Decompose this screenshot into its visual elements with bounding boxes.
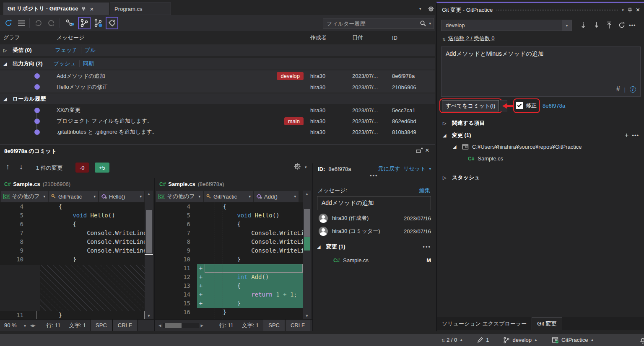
titlebar-chevron-icon[interactable]: ▾ <box>622 8 624 12</box>
diff-code-line[interactable]: 9 Console.WriteLine("こ <box>0 246 145 255</box>
changes-more-icon[interactable]: ••• <box>632 132 639 139</box>
line-ending-indicator[interactable]: CRLF <box>112 320 138 331</box>
push-icon[interactable] <box>605 21 613 29</box>
space-mode-indicator[interactable]: SPC <box>90 320 112 331</box>
branch-selector-dropdown[interactable]: develop ▾ <box>441 20 572 31</box>
right-nav-project-dropdown[interactable]: GitPractic ▾ <box>204 191 253 202</box>
right-nav-member-dropdown[interactable]: Add() ▾ <box>254 191 299 202</box>
diff-code-line[interactable]: 12+ int Add() <box>155 273 303 281</box>
expander-collapsed-icon[interactable]: ▷ <box>3 48 9 53</box>
diff-code-line[interactable]: 15+ } <box>155 299 303 308</box>
diff-code-line[interactable]: 4 { <box>155 202 303 211</box>
expander-open-icon[interactable]: ◢ <box>3 61 9 67</box>
sync-icon[interactable] <box>618 21 626 29</box>
diff-code-line[interactable]: 4 { <box>0 202 145 211</box>
hscroll-left-icon[interactable]: ◂ <box>158 322 161 328</box>
commit-row[interactable]: XXの変更 hira30 2023/07/... 5ecc7ca1 <box>0 105 435 116</box>
commit-row[interactable]: .gitattributes と .gitignore を追加します。 hira… <box>0 127 435 137</box>
diff-code-line[interactable]: 11+ <box>155 264 303 273</box>
diff-code-line[interactable]: 9 Console.WriteLine(" <box>155 246 303 255</box>
section-outgoing[interactable]: ◢ 出力方向 (2) プッシュ 同期 <box>0 58 435 70</box>
refresh-icon[interactable] <box>4 19 13 27</box>
window-dropdown-icon[interactable]: ▾ <box>419 7 421 11</box>
left-nav-member-dropdown[interactable]: Hello() ▾ <box>99 191 144 202</box>
tab-solution-explorer[interactable]: ソリューション エクスプローラー <box>437 318 532 330</box>
tab-program-cs[interactable]: Program.cs <box>110 3 171 15</box>
pull-icon[interactable] <box>593 21 600 29</box>
branch-badge-develop[interactable]: develop <box>277 72 304 80</box>
compare-branch-icon[interactable] <box>65 19 75 27</box>
col-id[interactable]: ID <box>392 35 435 41</box>
space-mode-indicator[interactable]: SPC <box>263 320 285 331</box>
branch-dropdown-chevron[interactable]: ▾ <box>562 20 571 31</box>
hscroll-right-icon[interactable]: ▸ <box>201 322 204 328</box>
changed-file-node[interactable]: C# Sample.cs M <box>468 155 644 162</box>
search-icon[interactable] <box>420 20 426 27</box>
left-diff-code[interactable]: 4 {5 void Hello()6 {7 Console.WriteLine(… <box>0 202 145 265</box>
diff-code-line[interactable]: 8 Console.WriteLine("こ <box>0 238 145 246</box>
graph-node[interactable] <box>34 119 40 124</box>
scroll-up-icon[interactable]: ▲ <box>303 192 311 196</box>
details-more-icon[interactable]: ••• <box>370 173 378 179</box>
revert-link[interactable]: 元に戻す <box>378 165 400 173</box>
panel-more-icon[interactable]: ••• <box>629 22 636 28</box>
stash-header[interactable]: ▷ スタッシュ <box>443 174 480 181</box>
reset-link[interactable]: リセット <box>403 165 426 173</box>
diff-code-line[interactable]: 8 Console.WriteLine(" <box>155 238 303 246</box>
prev-change-icon[interactable]: ↑ <box>6 163 10 171</box>
commit-all-button[interactable]: すべてをコミット(I) <box>442 100 499 111</box>
diff-code-line[interactable]: 14+ return 1 + 1; <box>155 290 303 299</box>
list-view-icon[interactable] <box>18 20 25 26</box>
diff-code-line[interactable]: 6 { <box>155 220 303 229</box>
branch-badge-main[interactable]: main <box>284 117 304 125</box>
show-graph-button-highlight[interactable] <box>78 17 91 29</box>
left-nav-files-dropdown[interactable]: C# その他のフ ▾ <box>1 191 48 202</box>
notifications-bell-icon[interactable] <box>639 336 644 344</box>
char-indicator[interactable]: 文字: 1 <box>65 322 90 329</box>
col-graph[interactable]: グラフ <box>0 34 57 41</box>
sync-link[interactable]: 同期 <box>83 60 94 67</box>
filter-history-searchbox[interactable]: ▾ <box>323 18 434 29</box>
left-diff-last-line[interactable]: 11 } <box>0 311 145 319</box>
fetch-icon[interactable] <box>579 21 587 29</box>
diff-code-line[interactable]: 11 } <box>0 311 145 319</box>
pin-icon[interactable] <box>627 8 633 13</box>
details-splitter[interactable] <box>312 163 313 331</box>
details-changed-file-row[interactable]: C# Sample.cs M <box>333 257 431 263</box>
outgoing-incoming-row[interactable]: ↑↓ 送信数 2 / 受信数 0 <box>442 35 495 42</box>
git-changes-titlebar[interactable]: Git 変更 - GitPractice ▾ × <box>437 3 644 16</box>
edit-message-link[interactable]: 編集 <box>419 187 430 194</box>
statusbar-sync-counts[interactable]: ↑↓ 2 / 0 ▲ <box>441 337 463 343</box>
search-options-chevron-icon[interactable]: ▾ <box>429 21 431 26</box>
statusbar-pending-edits[interactable]: 1 <box>477 337 489 343</box>
col-author[interactable]: 作成者 <box>310 34 352 41</box>
outgoing-incoming-link[interactable]: 送信数 2 / 受信数 0 <box>448 35 495 42</box>
pull-link[interactable]: プル <box>85 46 96 54</box>
tab-git-repository[interactable]: Git リポジトリ - GitPractice × <box>3 3 109 15</box>
diff-settings-gear-icon[interactable] <box>293 163 301 170</box>
right-diff-code[interactable]: 4 {5 void Hello()6 {7 Console.WriteLine(… <box>155 202 303 319</box>
fetch-link[interactable]: フェッチ <box>55 46 78 54</box>
left-diff-scrollbar[interactable]: ▲ ▼ <box>145 191 153 319</box>
hscrollbar-thumb[interactable] <box>165 323 182 328</box>
popout-window-icon[interactable] <box>416 147 423 153</box>
commit-row[interactable]: Helloメソッドの修正 hira30 2023/07/... 210b6906 <box>0 82 435 93</box>
tab-git-changes[interactable]: Git 変更 <box>532 317 562 330</box>
left-nav-project-dropdown[interactable]: GitPractic ▾ <box>49 191 98 202</box>
pin-icon[interactable] <box>81 6 86 11</box>
repo-path-node[interactable]: ◢ C:¥Users¥hirahira¥source¥repos¥GitPrac… <box>453 144 582 150</box>
section-incoming[interactable]: ▷ 受信 (0) フェッチ プル <box>0 44 435 56</box>
right-nav-files-dropdown[interactable]: C# その他のフ ▾ <box>156 191 203 202</box>
diff-code-line[interactable]: 5 void Hello() <box>155 211 303 220</box>
show-tags-button-highlight[interactable] <box>106 17 118 29</box>
col-date[interactable]: 日付 <box>352 34 392 41</box>
commit-message-input-box[interactable]: AddメソッドとMinusメソッドの追加 # | i <box>441 46 641 97</box>
diff-code-line[interactable]: 7 Console.WriteLine(" <box>155 229 303 238</box>
panel-divider[interactable] <box>0 144 435 145</box>
stage-all-plus-icon[interactable]: + <box>624 131 628 139</box>
settings-gear-icon[interactable] <box>428 5 434 12</box>
graph-node[interactable] <box>34 108 40 113</box>
statusbar-repo[interactable]: GitPractice ▲ <box>552 337 594 343</box>
right-diff-scrollbar[interactable]: ▲ ▼ <box>303 191 311 319</box>
reset-chevron-icon[interactable]: ▾ <box>429 167 431 171</box>
